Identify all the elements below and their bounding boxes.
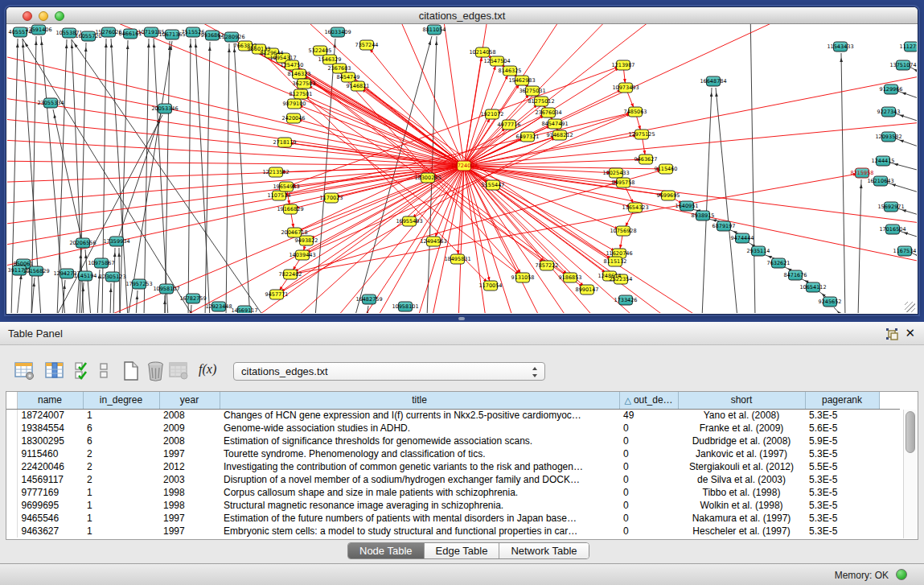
graph-edge[interactable] (7, 166, 464, 248)
import-table-icon[interactable] (74, 360, 92, 381)
tab-edge-table[interactable]: Edge Table (425, 543, 500, 558)
table-row[interactable]: 977716911998Corpus callosum shape and si… (6, 486, 900, 499)
graph-edge[interactable] (191, 305, 191, 313)
graph-node-label: 1112753 (900, 43, 917, 50)
graph-edge[interactable] (834, 307, 844, 313)
table-selector-dropdown[interactable]: citations_edges.txt (233, 362, 545, 381)
graph-edge[interactable] (441, 24, 464, 166)
cell: 9777169 (17, 486, 83, 499)
graph-edge[interactable] (290, 166, 464, 274)
table-row[interactable]: 1872400712008Changes of HCN gene express… (6, 409, 900, 422)
table-row[interactable]: 2242004622012Investigating the contribut… (6, 460, 900, 473)
table-header-row[interactable]: namein_degreeyeartitle△out_de…shortpager… (6, 392, 900, 409)
graph-edge[interactable] (750, 24, 755, 313)
graph-edge[interactable] (17, 270, 22, 313)
graph-edge[interactable] (716, 88, 737, 313)
cell: Disruption of a novel member of a sodium… (220, 473, 619, 486)
status-bar: Memory: OK (0, 563, 924, 585)
graph-edge[interactable] (464, 166, 570, 278)
cell: 1 (83, 512, 159, 525)
window-resize-grip[interactable] (905, 302, 915, 312)
network-canvas[interactable]: 4055574235914061055387116055720152760266… (7, 24, 917, 314)
graph-edge[interactable] (304, 84, 464, 166)
graph-node-label: 81275012 (528, 98, 554, 105)
cell: 0 (619, 422, 678, 435)
graph-edge[interactable] (858, 179, 861, 313)
cell: Estimation of the future numbers of pati… (220, 512, 619, 525)
window-titlebar[interactable]: citations_edges.txt (6, 7, 918, 24)
column-header-year[interactable]: year (159, 392, 220, 409)
graph-edge[interactable] (7, 74, 464, 166)
table-row[interactable]: 1456911722003Disruption of a novel membe… (6, 473, 900, 486)
graph-edge[interactable] (464, 24, 490, 166)
table-vertical-scrollbar[interactable] (903, 410, 917, 538)
cell: Changes of HCN gene expression and I(f) … (220, 409, 619, 422)
graph-node-label: 16033409 (324, 29, 351, 35)
memory-status-led[interactable] (896, 569, 907, 580)
new-table-icon[interactable] (122, 360, 140, 381)
graph-edge[interactable] (294, 104, 464, 166)
column-header-name[interactable]: name (17, 392, 83, 409)
column-header-pagerank[interactable]: pagerank (805, 392, 879, 409)
graph-edge[interactable] (85, 249, 91, 313)
table-row[interactable]: 911546021997Tourette syndrome. Phenomeno… (6, 447, 900, 460)
graph-node-label: 11280926 (218, 34, 244, 40)
graph-edge[interactable] (168, 24, 464, 166)
graph-node-label: 7485063 (624, 109, 647, 115)
close-panel-icon[interactable]: ✕ (905, 326, 915, 340)
graph-edge[interactable] (841, 53, 845, 313)
table-row[interactable]: 1830029562008Estimation of significance … (6, 435, 900, 447)
graph-edge[interactable] (464, 24, 795, 166)
graph-edge[interactable] (464, 24, 667, 166)
cell: 1 (83, 486, 159, 499)
network-graph[interactable]: 4055574235914061055387116055720152760266… (7, 24, 917, 313)
merge-icon[interactable] (99, 360, 109, 381)
graph-edge[interactable] (234, 43, 250, 313)
graph-node-label: 1170054 (479, 282, 503, 289)
function-builder-icon[interactable]: f(x) (199, 362, 216, 377)
graph-node-label: 12923448 (205, 303, 232, 310)
graph-edge[interactable] (895, 138, 917, 151)
float-panel-icon[interactable] (885, 328, 898, 340)
column-header-outde[interactable]: △out_de… (619, 392, 678, 409)
tab-network-table[interactable]: Network Table (499, 543, 588, 558)
node-table: namein_degreeyeartitle△out_de…shortpager… (6, 391, 918, 540)
column-header-short[interactable]: short (678, 392, 805, 409)
table-row[interactable]: 946362711997Embryonic stem cells: a mode… (6, 525, 900, 538)
graph-edge[interactable] (136, 290, 138, 313)
select-columns-icon[interactable] (45, 360, 65, 381)
graph-edge[interactable] (887, 183, 917, 196)
graph-edge[interactable] (226, 43, 229, 313)
column-settings-icon[interactable] (14, 360, 35, 381)
scrollbar-thumb[interactable] (906, 411, 915, 453)
cell: 2 (83, 473, 159, 486)
graph-edge[interactable] (110, 283, 111, 313)
graph-edge[interactable] (464, 166, 917, 266)
graph-edge[interactable] (7, 166, 464, 226)
splitpane-grip[interactable] (458, 317, 465, 320)
graph-node-label: 9115460 (655, 166, 678, 172)
graph-edge[interactable] (897, 91, 917, 103)
network-window[interactable]: citations_edges.txt 40555742359140610553… (6, 7, 918, 314)
cell: 9465546 (17, 512, 83, 525)
table-filler-header (879, 392, 900, 409)
graph-node-label: 7632621 (767, 260, 791, 266)
graph-edge[interactable] (144, 39, 149, 313)
delete-table-icon[interactable] (146, 360, 165, 381)
disabled-table-icon[interactable] (169, 360, 189, 381)
table-row[interactable]: 946554611997Estimation of the future num… (6, 512, 900, 525)
graph-edge[interactable] (889, 163, 917, 174)
graph-node-label: 8215958 (851, 170, 874, 176)
graph-node-label: 18495831 (444, 256, 470, 262)
graph-edge[interactable] (53, 109, 81, 238)
column-header-indegree[interactable]: in_degree (83, 392, 159, 409)
table-row[interactable]: 969969511998Structural magnetic resonanc… (6, 499, 900, 512)
graph-edge[interactable] (120, 40, 128, 313)
graph-edge[interactable] (464, 24, 570, 166)
tab-node-table[interactable]: Node Table (348, 543, 425, 558)
graph-edge[interactable] (464, 121, 917, 166)
column-header-title[interactable]: title (220, 392, 619, 409)
graph-node-label: 15462983 (508, 77, 535, 84)
graph-node-label: 1145194 (74, 273, 97, 279)
table-row[interactable]: 1938455462009Genome-wide association stu… (6, 422, 900, 435)
